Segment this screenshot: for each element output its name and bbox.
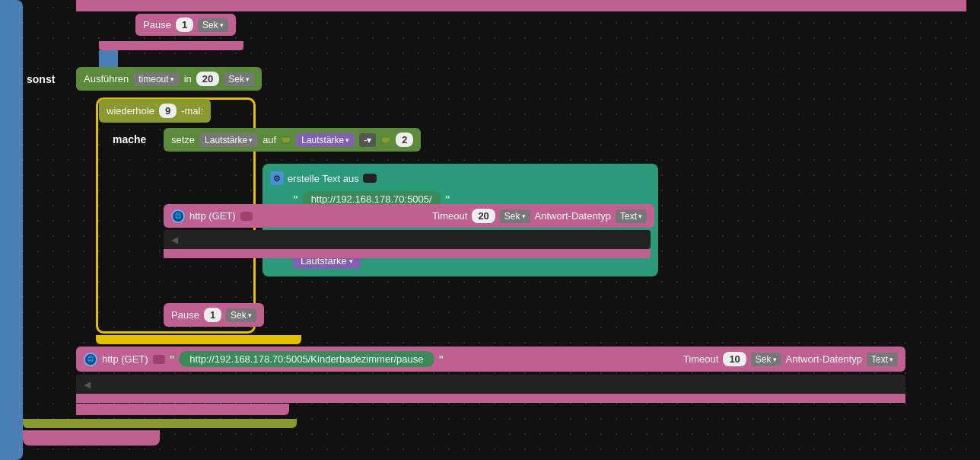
pause-bottom-label: Pause — [171, 309, 199, 321]
gear-icon: ⚙ — [270, 171, 284, 185]
get-input-slot — [240, 212, 253, 221]
bottom-strip-1 — [76, 394, 905, 403]
result-strip-1: ◀ — [164, 230, 651, 249]
http-bottom-strip — [164, 249, 651, 258]
wiederhole-value[interactable]: 9 — [159, 104, 177, 118]
in-label: in — [184, 73, 192, 85]
http-get-1-type[interactable]: Text▾ — [616, 209, 647, 223]
loop-bottom — [96, 335, 301, 344]
ausfuhren-value[interactable]: 20 — [196, 72, 219, 86]
olive-bottom — [23, 419, 297, 428]
ausfuhren-block: Ausführen timeout▾ in 20 Sek▾ — [76, 67, 262, 91]
pause-top-block: Pause 1 Sek▾ — [135, 14, 236, 36]
timeout-label-2: Timeout — [683, 353, 718, 365]
mache-label: mache — [113, 133, 146, 145]
connector-2 — [380, 136, 391, 144]
http-get-1-block: 🌐 http (GET) Timeout 20 Sek▾ Antwort-Dat… — [164, 204, 654, 228]
pause-bottom-block: Pause 1 Sek▾ — [164, 303, 264, 327]
top-strip — [76, 0, 966, 11]
setze-var2[interactable]: Lautstärke▾ — [296, 133, 355, 147]
connector-1 — [281, 136, 291, 144]
http-get-2-unit[interactable]: Sek▾ — [751, 353, 781, 366]
pause-bottom-unit[interactable]: Sek▾ — [226, 308, 256, 322]
timeout-value-1[interactable]: 20 — [472, 209, 495, 223]
pause-bottom-value[interactable]: 1 — [204, 308, 221, 322]
get-2-slot — [153, 355, 165, 364]
http-get-2-url[interactable]: http://192.168.178.70:5005/Kinderbadezim… — [179, 351, 434, 367]
sidebar — [0, 0, 23, 460]
setze-var1[interactable]: Lautstärke▾ — [199, 133, 258, 147]
antwort-label-2: Antwort-Datentyp — [786, 353, 862, 365]
antwort-label-1: Antwort-Datentyp — [535, 210, 611, 222]
setze-op[interactable]: -▾ — [359, 133, 376, 147]
strip-below-pause — [99, 41, 243, 50]
result-strip-2: ◀ — [76, 375, 905, 394]
ausfuhren-unit[interactable]: Sek▾ — [224, 72, 254, 86]
result-placeholder-1: ◀ — [171, 235, 178, 245]
erstelle-text-header: ⚙ erstelle Text aus — [270, 171, 651, 185]
sonst-label: sonst — [27, 73, 55, 85]
puzzle-slot-1 — [363, 174, 377, 183]
ausfuhren-label: Ausführen — [84, 73, 129, 85]
pause-top-value[interactable]: 1 — [176, 18, 193, 32]
erstelle-text-label: erstelle Text aus — [288, 173, 359, 184]
result-placeholder-2: ◀ — [84, 379, 91, 390]
http-get-2-block: 🌐 http (GET) " http://192.168.178.70:500… — [76, 347, 905, 372]
pause-top-label: Pause — [143, 19, 171, 30]
pink-final-bottom — [23, 430, 160, 446]
globe-icon-1: 🌐 — [171, 209, 185, 223]
bottom-strip-2 — [76, 404, 289, 415]
timeout-value-2[interactable]: 10 — [723, 352, 746, 366]
wiederhole-block: wiederhole 9 -mal: — [99, 99, 211, 123]
timeout-dropdown[interactable]: timeout▾ — [133, 72, 179, 86]
globe-icon-2: 🌐 — [84, 353, 97, 366]
wiederhole-label: wiederhole — [107, 105, 154, 117]
setze-label: setze — [171, 134, 195, 145]
setze-auf: auf — [262, 134, 276, 145]
pause-top-container: Pause 1 Sek▾ — [135, 14, 236, 36]
timeout-label-1: Timeout — [432, 210, 467, 222]
http-get-2-type[interactable]: Text▾ — [867, 353, 898, 366]
http-get-2-label: http (GET) — [102, 353, 148, 365]
setze-value[interactable]: 2 — [396, 133, 413, 147]
wiederhole-suffix: -mal: — [181, 105, 203, 117]
pause-top-unit[interactable]: Sek▾ — [198, 18, 228, 32]
http-get-1-label: http (GET) — [189, 210, 236, 222]
http-get-1-unit[interactable]: Sek▾ — [500, 209, 530, 223]
setze-block: setze Lautstärke▾ auf Lautstärke▾ -▾ 2 — [164, 128, 421, 152]
